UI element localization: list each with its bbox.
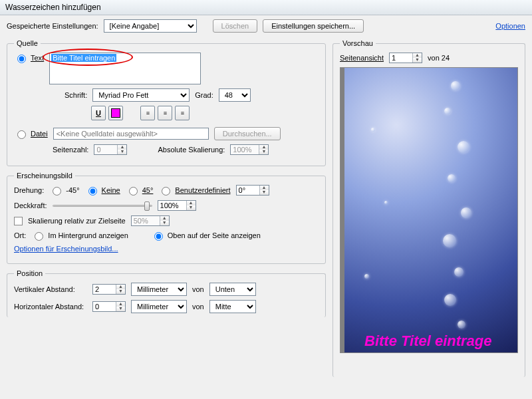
- hdist-from-select[interactable]: Mitte: [209, 300, 256, 313]
- from-label-1: von: [192, 285, 204, 293]
- hdist-spinner[interactable]: ▲▼: [92, 301, 126, 312]
- font-select[interactable]: Myriad Pro Fett: [92, 88, 190, 102]
- vdist-label: Vertikaler Abstand:: [14, 285, 87, 293]
- loc-front-radio[interactable]: Oben auf der Seite anzeigen: [151, 230, 261, 241]
- options-link[interactable]: Optionen: [495, 22, 525, 30]
- browse-button[interactable]: Durchsuchen...: [214, 127, 281, 140]
- loc-back-radio[interactable]: Im Hintergrund anzeigen: [31, 230, 128, 241]
- color-button[interactable]: [108, 106, 123, 120]
- rot-none-radio[interactable]: Keine: [85, 185, 120, 196]
- from-label-2: von: [192, 303, 204, 311]
- scale-rel-spinner[interactable]: ▲▼: [131, 215, 170, 226]
- page-number-label: Seitenzahl:: [53, 146, 88, 154]
- rot-minus45-radio[interactable]: -45°: [49, 185, 79, 196]
- opacity-label: Deckkraft:: [14, 201, 47, 209]
- rot-custom-spinner[interactable]: ▲▼: [236, 185, 269, 196]
- text-input[interactable]: Bitte Titel eintragen: [49, 53, 201, 84]
- save-settings-button[interactable]: Einstellungen speichern...: [263, 19, 364, 33]
- delete-button[interactable]: Löschen: [213, 19, 258, 33]
- appearance-group: Erscheinungsbild Drehung: -45° Keine 45°…: [7, 172, 326, 264]
- underline-button[interactable]: U: [91, 106, 106, 120]
- size-select[interactable]: 48: [219, 88, 251, 102]
- abs-scale-spinner[interactable]: ▲▼: [230, 144, 269, 155]
- page-number-spinner[interactable]: ▲▼: [94, 144, 127, 155]
- preview-canvas: Bitte Titel eintrage: [340, 67, 518, 353]
- position-group: Position Vertikaler Abstand: ▲▼ Millimet…: [7, 269, 326, 317]
- align-right-button[interactable]: ≡: [175, 106, 190, 120]
- hdist-label: Horizontaler Abstand:: [14, 303, 87, 311]
- watermark-preview-text: Bitte Titel eintrage: [364, 332, 492, 350]
- saved-settings-label: Gespeicherte Einstellungen:: [7, 22, 98, 30]
- source-group: Quelle Text Bitte Titel eintragen Schrif…: [7, 39, 326, 166]
- page-view-label: Seitenansicht: [340, 54, 384, 62]
- font-label: Schrift:: [65, 91, 87, 99]
- preview-group: Vorschau Seitenansicht ▲▼ von 24: [332, 39, 525, 377]
- vdist-from-select[interactable]: Unten: [209, 283, 256, 296]
- align-center-button[interactable]: ≡: [158, 106, 172, 120]
- size-label: Grad:: [195, 91, 213, 99]
- scale-rel-checkbox[interactable]: [14, 217, 23, 225]
- opacity-spinner[interactable]: ▲▼: [158, 200, 196, 211]
- file-path-input[interactable]: [53, 128, 209, 140]
- align-left-button[interactable]: ≡: [140, 106, 155, 120]
- opacity-slider[interactable]: [53, 200, 152, 211]
- appearance-options-link[interactable]: Optionen für Erscheinungsbild...: [14, 245, 118, 253]
- rot-custom-radio[interactable]: Benutzerdefiniert: [158, 185, 230, 196]
- scale-rel-label: Skalierung relativ zur Zielseite: [28, 217, 126, 225]
- page-total-label: von 24: [428, 54, 450, 62]
- preview-legend: Vorschau: [340, 39, 376, 47]
- location-label: Ort:: [14, 231, 26, 239]
- saved-settings-select[interactable]: [Keine Angabe]: [104, 19, 197, 33]
- vdist-spinner[interactable]: ▲▼: [92, 284, 126, 295]
- abs-scale-label: Absolute Skalierung:: [158, 146, 225, 154]
- rotation-label: Drehung:: [14, 186, 44, 194]
- file-radio[interactable]: Datei: [14, 128, 48, 139]
- vdist-unit-select[interactable]: Millimeter: [131, 283, 187, 296]
- page-view-spinner[interactable]: ▲▼: [389, 53, 422, 63]
- hdist-unit-select[interactable]: Millimeter: [131, 300, 187, 313]
- source-legend: Quelle: [14, 39, 41, 47]
- window-titlebar: Wasserzeichen hinzufügen: [0, 0, 532, 15]
- text-radio[interactable]: Text: [14, 53, 44, 63]
- rot-45-radio[interactable]: 45°: [126, 185, 154, 196]
- appearance-legend: Erscheinungsbild: [14, 172, 75, 180]
- position-legend: Position: [14, 269, 45, 277]
